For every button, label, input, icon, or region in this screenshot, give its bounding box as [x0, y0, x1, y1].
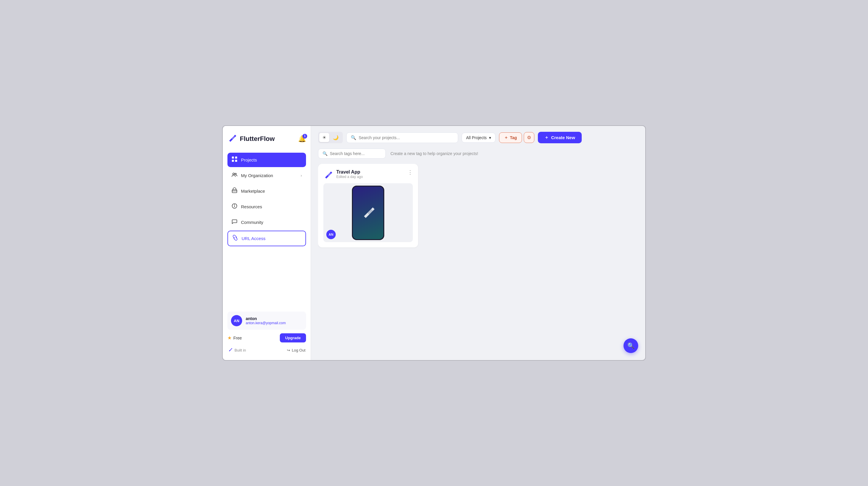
user-info: anton anton.kera@yopmail.com [246, 316, 286, 325]
create-plus-icon: ＋ [544, 135, 549, 140]
moon-icon: 🌙 [333, 135, 339, 140]
project-title: Travel App [336, 169, 363, 175]
user-name: anton [246, 316, 286, 321]
svg-point-4 [233, 173, 235, 175]
built-in-text: Built in [235, 348, 246, 352]
svg-rect-1 [235, 157, 237, 159]
tags-row: 🔍 Create a new tag to help organize your… [318, 149, 638, 159]
sidebar-item-url-access[interactable]: URL Access [227, 231, 306, 246]
sidebar-item-resources-label: Resources [241, 204, 262, 209]
upgrade-button[interactable]: Upgrade [280, 333, 306, 343]
tag-search-input[interactable] [330, 151, 381, 156]
flutterflow-logo-icon [227, 133, 237, 144]
project-logo-icon [323, 169, 333, 179]
built-logout-row: Built in ↪ Log Out [227, 346, 306, 354]
plan-label: Free [233, 336, 242, 341]
dark-theme-button[interactable]: 🌙 [330, 133, 342, 142]
app-window: FlutterFlow 🔔 1 Projects [222, 125, 646, 361]
search-icon: 🔍 [351, 135, 356, 140]
plus-icon: ＋ [504, 135, 508, 140]
gear-icon: ⚙ [527, 135, 531, 140]
tag-search-box[interactable]: 🔍 [318, 149, 386, 159]
sidebar-item-resources[interactable]: Resources [227, 199, 306, 214]
sidebar-bottom: AN anton anton.kera@yopmail.com ★ Free U… [227, 312, 306, 354]
create-label: Create New [551, 135, 575, 140]
main-content: ☀ 🌙 🔍 All Projects ▾ ＋ Tag ⚙ [311, 126, 645, 360]
filter-label: All Projects [466, 135, 487, 140]
projects-grid: Travel App Edited a day ago ⋮ [318, 164, 638, 354]
tags-hint: Create a new tag to help organize your p… [391, 151, 478, 156]
notification-badge: 1 [303, 134, 307, 138]
theme-toggle: ☀ 🌙 [318, 132, 343, 143]
card-title-info: Travel App Edited a day ago [336, 169, 363, 179]
tag-search-icon: 🔍 [322, 151, 328, 156]
sidebar-nav: Projects My Organization › [227, 153, 306, 306]
project-preview: AN [323, 183, 413, 242]
plan-badge: ★ Free [227, 335, 242, 341]
app-title: FlutterFlow [240, 135, 275, 143]
svg-rect-6 [232, 190, 237, 193]
project-card-travel-app[interactable]: Travel App Edited a day ago ⋮ [318, 164, 418, 248]
project-search-input[interactable] [359, 135, 454, 140]
sidebar-item-projects-label: Projects [241, 157, 257, 162]
marketplace-icon [231, 187, 238, 195]
svg-rect-3 [235, 160, 237, 162]
logout-label: Log Out [292, 348, 305, 352]
sidebar-item-marketplace[interactable]: Marketplace [227, 184, 306, 198]
logout-icon: ↪ [287, 348, 290, 352]
sidebar-item-projects[interactable]: Projects [227, 153, 306, 167]
sidebar-item-my-organization[interactable]: My Organization › [227, 168, 306, 183]
star-icon: ★ [227, 335, 231, 341]
user-avatar: AN [231, 315, 242, 326]
community-icon [231, 219, 238, 226]
resources-icon [231, 203, 238, 210]
organization-icon [231, 172, 238, 179]
flutterflow-small-icon [228, 347, 233, 353]
fab-search-button[interactable]: 🔍 [623, 338, 638, 353]
user-card[interactable]: AN anton anton.kera@yopmail.com [227, 312, 306, 330]
tag-settings-button[interactable]: ⚙ [524, 132, 534, 143]
phone-screen [353, 187, 383, 239]
topbar: ☀ 🌙 🔍 All Projects ▾ ＋ Tag ⚙ [318, 132, 638, 143]
tag-label: Tag [510, 135, 517, 140]
plan-row: ★ Free Upgrade [227, 333, 306, 343]
project-more-button[interactable]: ⋮ [407, 169, 413, 175]
sidebar-item-url-access-label: URL Access [242, 236, 266, 241]
svg-rect-2 [232, 160, 234, 162]
card-title-area: Travel App Edited a day ago [323, 169, 363, 179]
fab-search-icon: 🔍 [627, 342, 635, 349]
sidebar-item-community-label: Community [241, 220, 264, 225]
user-email: anton.kera@yopmail.com [246, 321, 286, 325]
light-theme-button[interactable]: ☀ [319, 133, 329, 142]
filter-dropdown[interactable]: All Projects ▾ [462, 133, 496, 143]
project-card-avatar: AN [326, 230, 336, 239]
project-search-box[interactable]: 🔍 [346, 132, 458, 143]
tag-button[interactable]: ＋ Tag [499, 132, 522, 143]
sidebar-item-marketplace-label: Marketplace [241, 189, 265, 194]
svg-rect-0 [232, 157, 234, 159]
sun-icon: ☀ [322, 135, 326, 140]
sidebar-item-community[interactable]: Community [227, 215, 306, 229]
logo: FlutterFlow [227, 133, 275, 144]
svg-point-5 [235, 173, 236, 174]
sidebar: FlutterFlow 🔔 1 Projects [223, 126, 311, 360]
logout-button[interactable]: ↪ Log Out [287, 348, 305, 352]
svg-point-8 [234, 204, 235, 205]
projects-icon [231, 156, 238, 164]
card-header: Travel App Edited a day ago ⋮ [323, 169, 413, 179]
sidebar-item-my-organization-label: My Organization [241, 173, 273, 178]
chevron-right-icon: › [301, 173, 302, 178]
project-subtitle: Edited a day ago [336, 175, 363, 179]
phone-mockup [352, 186, 384, 240]
url-access-icon [232, 235, 238, 242]
phone-screen-logo [361, 204, 375, 221]
chevron-down-icon: ▾ [489, 135, 491, 140]
built-in-label: Built in [228, 347, 246, 353]
logo-area: FlutterFlow 🔔 1 [227, 133, 306, 144]
create-new-button[interactable]: ＋ Create New [538, 132, 582, 143]
notifications-bell[interactable]: 🔔 1 [298, 135, 306, 143]
